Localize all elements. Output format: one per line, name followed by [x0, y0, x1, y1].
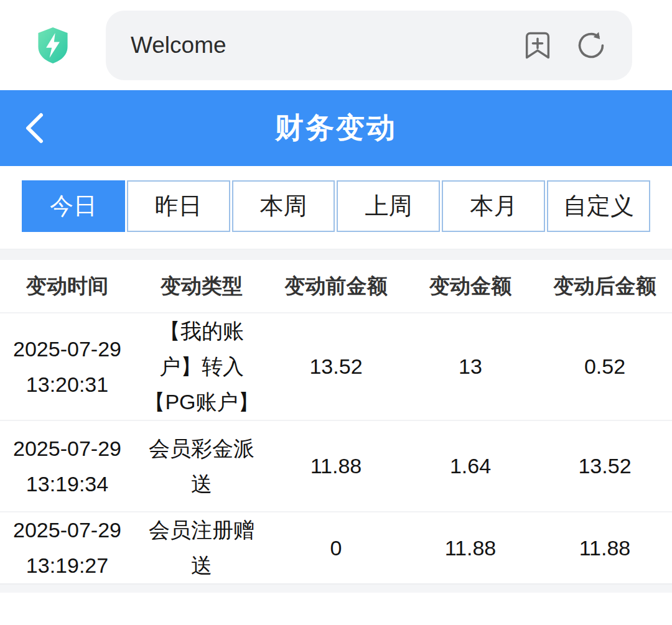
address-bar[interactable]: Welcome	[106, 11, 632, 80]
bottom-divider	[0, 583, 672, 593]
bookmark-add-icon[interactable]	[521, 29, 554, 62]
tab-label: 本周	[260, 190, 307, 222]
date-range-tab[interactable]: 昨日	[127, 180, 230, 232]
site-logo-shield-lightning-icon	[35, 26, 71, 65]
table-row: 2025-07-29 13:19:34 会员彩金派送 11.88 1.64 13…	[0, 420, 672, 512]
refresh-icon[interactable]	[575, 29, 607, 62]
change-date: 2025-07-29	[5, 512, 129, 548]
section-divider	[0, 249, 672, 260]
page-title: 财务变动	[275, 109, 397, 147]
cell-amount-before: 13.52	[269, 313, 403, 420]
cell-amount-change: 13	[403, 313, 538, 420]
cell-amount-change: 11.88	[403, 512, 538, 583]
tab-label: 本月	[470, 190, 517, 222]
change-clock: 13:20:31	[5, 367, 129, 402]
cell-amount-change: 1.64	[403, 420, 538, 512]
column-header: 变动时间	[0, 260, 134, 313]
cell-change-time: 2025-07-29 13:20:31	[0, 313, 134, 420]
cell-amount-before: 11.88	[269, 420, 403, 512]
date-range-tab[interactable]: 上周	[337, 180, 440, 232]
cell-amount-after: 13.52	[538, 420, 672, 512]
table-body: 2025-07-29 13:20:31 【我的账户】转入【PG账户】 13.52…	[0, 313, 672, 583]
change-date: 2025-07-29	[5, 431, 129, 466]
date-range-tabs: 今日 昨日 本周 上周 本月 自定义	[22, 180, 650, 232]
date-range-tab[interactable]: 自定义	[547, 180, 650, 232]
table-row: 2025-07-29 13:20:31 【我的账户】转入【PG账户】 13.52…	[0, 313, 672, 420]
date-range-tab[interactable]: 本月	[442, 180, 545, 232]
tab-label: 昨日	[155, 190, 202, 222]
cell-change-type: 会员注册赠送	[134, 512, 269, 583]
chevron-left-icon	[24, 112, 45, 144]
change-clock: 13:19:34	[5, 466, 129, 502]
page-header: 财务变动	[0, 90, 672, 166]
back-button[interactable]	[24, 90, 67, 166]
cell-change-time: 2025-07-29 13:19:34	[0, 420, 134, 512]
date-range-tab[interactable]: 本周	[232, 180, 335, 232]
tab-label: 今日	[50, 190, 97, 222]
address-bar-text: Welcome	[131, 32, 521, 58]
cell-change-type: 会员彩金派送	[134, 420, 269, 512]
column-header: 变动类型	[134, 260, 269, 313]
financial-changes-table: 变动时间 变动类型 变动前金额 变动金额 变动后金额 2025-07-29 13…	[0, 260, 672, 583]
column-header: 变动金额	[403, 260, 538, 313]
column-header: 变动后金额	[538, 260, 672, 313]
table-header-row: 变动时间 变动类型 变动前金额 变动金额 变动后金额	[0, 260, 672, 313]
tab-label: 自定义	[563, 190, 634, 222]
change-date: 2025-07-29	[5, 331, 129, 367]
cell-amount-before: 0	[269, 512, 403, 583]
cell-change-time: 2025-07-29 13:19:27	[0, 512, 134, 583]
tab-label: 上周	[365, 190, 412, 222]
column-header: 变动前金额	[269, 260, 403, 313]
change-clock: 13:19:27	[5, 548, 129, 583]
cell-change-type: 【我的账户】转入【PG账户】	[134, 313, 269, 420]
browser-top-bar: Welcome	[0, 0, 672, 90]
table-row: 2025-07-29 13:19:27 会员注册赠送 0 11.88 11.88	[0, 512, 672, 583]
cell-amount-after: 0.52	[538, 313, 672, 420]
cell-amount-after: 11.88	[538, 512, 672, 583]
date-range-tabs-container: 今日 昨日 本周 上周 本月 自定义	[0, 166, 672, 249]
date-range-tab[interactable]: 今日	[22, 180, 125, 232]
